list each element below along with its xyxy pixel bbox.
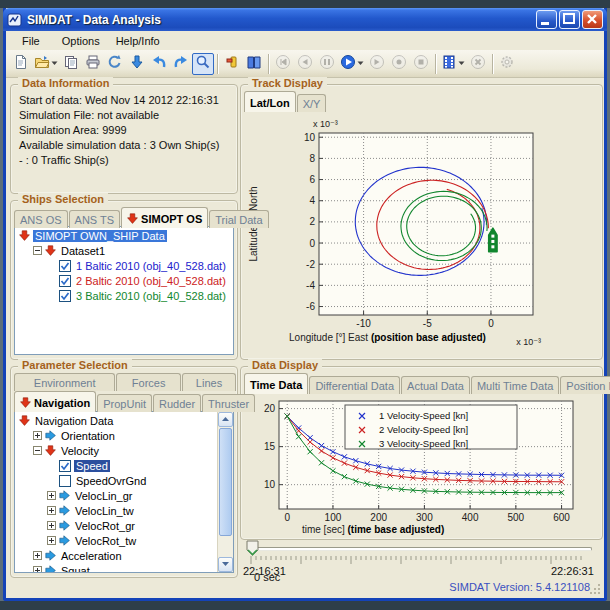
param-tab-environment[interactable]: Environment bbox=[14, 373, 115, 391]
close-circle-button[interactable] bbox=[467, 53, 489, 75]
resize-grip[interactable] bbox=[590, 584, 602, 596]
tree-item-3-baltic-2010-obj-40-528-dat[interactable]: 3 Baltic 2010 (obj_40_528.dat) bbox=[15, 288, 233, 303]
step-back-button[interactable] bbox=[294, 53, 316, 75]
menu-help-info[interactable]: Help/Info bbox=[108, 33, 168, 49]
key-button[interactable] bbox=[221, 53, 243, 75]
tree-item-label: SIMOPT OWN_SHIP Data bbox=[33, 230, 167, 242]
param-tab-propunit[interactable]: PropUnit bbox=[97, 394, 152, 412]
timeline-ruler bbox=[250, 556, 586, 565]
param-tab-lines[interactable]: Lines bbox=[182, 373, 236, 391]
tree-item-dataset1[interactable]: Dataset1 bbox=[15, 243, 233, 258]
titlebar[interactable]: SIMDAT - Data Analysis bbox=[3, 8, 607, 31]
print-button[interactable] bbox=[82, 53, 104, 75]
tree-item-veloclin-tw[interactable]: VelocLin_tw bbox=[15, 503, 233, 518]
ships-tab-ans-ts[interactable]: ANS TS bbox=[69, 210, 121, 228]
new-document-button[interactable] bbox=[10, 53, 32, 75]
red-down-arrow-icon bbox=[19, 230, 30, 241]
menu-file[interactable]: File bbox=[14, 33, 48, 49]
zoom-button[interactable] bbox=[192, 53, 214, 75]
refresh-button[interactable] bbox=[104, 53, 126, 75]
data-tab-time-data[interactable]: Time Data bbox=[244, 373, 308, 394]
checkbox-unchecked-icon[interactable] bbox=[59, 475, 71, 487]
tree-item-acceleration[interactable]: Acceleration bbox=[15, 548, 233, 563]
tree-item-velocrot-tw[interactable]: VelocRot_tw bbox=[15, 533, 233, 548]
tab-label: ANS TS bbox=[75, 212, 115, 228]
ships-tab-ans-os[interactable]: ANS OS bbox=[14, 210, 68, 228]
checkbox-checked-icon[interactable] bbox=[59, 275, 71, 287]
param-tab-forces[interactable]: Forces bbox=[116, 373, 181, 391]
pause-icon bbox=[319, 54, 335, 73]
data-tab-actual-data[interactable]: Actual Data bbox=[401, 376, 470, 394]
record-button[interactable] bbox=[388, 53, 410, 75]
tree-item-velocrot-gr[interactable]: VelocRot_gr bbox=[15, 518, 233, 533]
scroll-up-button[interactable] bbox=[218, 412, 233, 427]
data-tab-differential-data[interactable]: Differential Data bbox=[309, 376, 400, 394]
tree-item-2-baltic-2010-obj-40-528-dat[interactable]: 2 Baltic 2010 (obj_40_528.dat) bbox=[15, 273, 233, 288]
redo-arrow-button[interactable] bbox=[170, 53, 192, 75]
tree-item-speedovrgnd[interactable]: SpeedOvrGnd bbox=[15, 473, 233, 488]
expander-minus-icon[interactable] bbox=[33, 446, 42, 455]
redo-arrow-icon bbox=[173, 54, 189, 73]
play-button[interactable] bbox=[338, 53, 366, 75]
svg-text:0: 0 bbox=[309, 238, 315, 249]
tree-item-label: Speed bbox=[74, 460, 110, 472]
expander-plus-icon[interactable] bbox=[33, 566, 42, 573]
red-down-arrow-icon bbox=[19, 415, 30, 426]
undo-arrow-button[interactable] bbox=[148, 53, 170, 75]
gear-button[interactable] bbox=[496, 53, 518, 75]
menu-options[interactable]: Options bbox=[54, 33, 108, 49]
param-tab-rudder[interactable]: Rudder bbox=[153, 394, 201, 412]
skip-start-button[interactable] bbox=[272, 53, 294, 75]
minimize-button[interactable] bbox=[536, 10, 557, 29]
scrollbar-thumb[interactable] bbox=[219, 428, 232, 536]
pause-button[interactable] bbox=[316, 53, 338, 75]
data-tab-multi-time-data[interactable]: Multi Time Data bbox=[471, 376, 559, 394]
close-button[interactable] bbox=[582, 10, 603, 29]
scroll-down-button[interactable] bbox=[218, 557, 233, 572]
expander-plus-icon[interactable] bbox=[47, 491, 56, 500]
time-plot: 0100200300400500600101520time [sec] (tim… bbox=[243, 393, 598, 537]
maximize-button[interactable] bbox=[559, 10, 580, 29]
time-slider-thumb[interactable] bbox=[246, 540, 260, 557]
data-tab-position-data[interactable]: Position Data bbox=[560, 376, 610, 394]
expander-plus-icon[interactable] bbox=[33, 431, 42, 440]
tree-item-navigation-data[interactable]: Navigation Data bbox=[15, 413, 233, 428]
refresh-icon bbox=[107, 54, 123, 73]
tab-label: Lat/Lon bbox=[250, 95, 290, 111]
expander-plus-icon[interactable] bbox=[33, 551, 42, 560]
tree-item-velocity[interactable]: Velocity bbox=[15, 443, 233, 458]
open-folder-button[interactable] bbox=[32, 53, 60, 75]
expander-minus-icon[interactable] bbox=[33, 246, 42, 255]
param-tab-navigation[interactable]: Navigation bbox=[14, 391, 96, 412]
ships-tab-trial-data[interactable]: Trial Data bbox=[209, 210, 268, 228]
param-tab-thruster[interactable]: Thruster bbox=[202, 394, 255, 412]
expander-plus-icon[interactable] bbox=[47, 506, 56, 515]
copy-button[interactable] bbox=[60, 53, 82, 75]
tree-item-simopt-own-ship-data[interactable]: SIMOPT OWN_SHIP Data bbox=[15, 228, 233, 243]
book-button[interactable] bbox=[243, 53, 265, 75]
time-slider-track[interactable] bbox=[252, 547, 592, 551]
svg-text:500: 500 bbox=[508, 512, 525, 523]
stop-button[interactable] bbox=[410, 53, 432, 75]
track-tab-x-y[interactable]: X/Y bbox=[297, 94, 327, 112]
down-arrow-button[interactable] bbox=[126, 53, 148, 75]
expander-plus-icon[interactable] bbox=[47, 536, 56, 545]
tree-item-1-baltic-2010-obj-40-528-dat[interactable]: 1 Baltic 2010 (obj_40_528.dat) bbox=[15, 258, 233, 273]
tree-item-squat[interactable]: Squat bbox=[15, 563, 233, 573]
checkbox-checked-icon[interactable] bbox=[59, 460, 71, 472]
tree-item-label: VelocRot_gr bbox=[73, 520, 137, 532]
step-forward-button[interactable] bbox=[366, 53, 388, 75]
info-line: Simulation Area: 9999 bbox=[11, 123, 237, 138]
ships-tab-simopt-os[interactable]: SIMOPT OS bbox=[121, 207, 208, 228]
group-title-data-display: Data Display bbox=[248, 359, 322, 371]
film-button[interactable] bbox=[439, 53, 467, 75]
tree-item-speed[interactable]: Speed bbox=[15, 458, 233, 473]
close-circle-icon bbox=[470, 54, 486, 73]
track-tab-lat-lon[interactable]: Lat/Lon bbox=[244, 91, 296, 112]
tree-item-veloclin-gr[interactable]: VelocLin_gr bbox=[15, 488, 233, 503]
tree-item-orientation[interactable]: Orientation bbox=[15, 428, 233, 443]
svg-text:0: 0 bbox=[488, 318, 494, 329]
expander-plus-icon[interactable] bbox=[47, 521, 56, 530]
checkbox-checked-icon[interactable] bbox=[59, 260, 71, 272]
checkbox-checked-icon[interactable] bbox=[59, 290, 71, 302]
